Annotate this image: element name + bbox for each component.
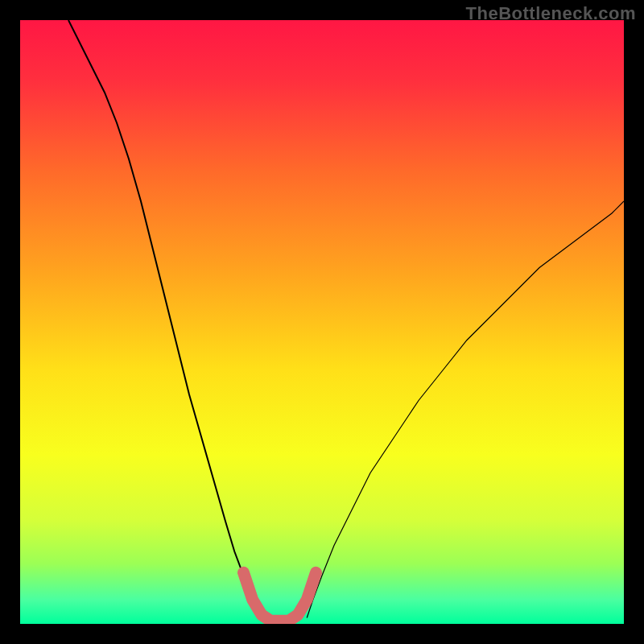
watermark-label: TheBottleneck.com: [466, 3, 636, 24]
plot-area: [20, 20, 624, 624]
plot-svg: [20, 20, 624, 624]
chart-frame: TheBottleneck.com: [0, 0, 644, 644]
gradient-background: [20, 20, 624, 624]
